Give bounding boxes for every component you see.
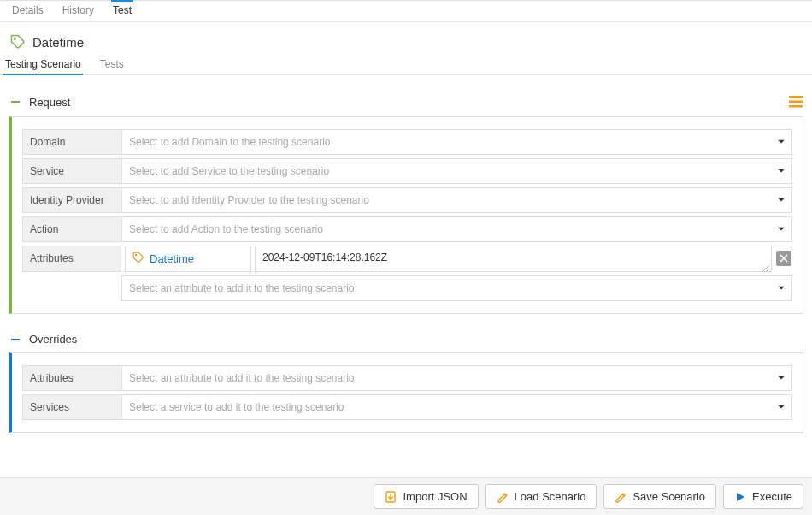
request-header: Request (9, 94, 803, 116)
attribute-add-placeholder: Select an attribute to add it to the tes… (122, 276, 791, 300)
identity-provider-row: Identity Provider Select to add Identity… (22, 187, 792, 213)
request-title: Request (29, 96, 70, 109)
overrides-attributes-row: Attributes Select an attribute to add it… (22, 365, 792, 391)
overrides-services-label: Services (22, 394, 121, 420)
tag-icon (132, 252, 144, 266)
domain-label: Domain (22, 129, 121, 155)
overrides-services-placeholder: Select a service to add it to the testin… (122, 395, 791, 419)
svg-point-0 (14, 38, 15, 39)
chevron-down-icon (778, 376, 785, 381)
overrides-title: Overrides (29, 333, 77, 346)
overrides-attributes-label: Attributes (22, 365, 121, 391)
sub-tab-testing-scenario[interactable]: Testing Scenario (3, 56, 83, 74)
sub-tabs: Testing Scenario Tests (0, 56, 812, 75)
action-row: Action Select to add Action to the testi… (22, 216, 792, 242)
chevron-down-icon (778, 169, 785, 174)
svg-rect-3 (789, 101, 803, 104)
action-label: Action (22, 216, 121, 242)
save-scenario-label: Save Scenario (633, 490, 705, 503)
load-scenario-button[interactable]: Load Scenario (485, 484, 597, 509)
collapse-icon[interactable] (10, 334, 21, 345)
request-section: Request Domain Select to add Domain to t… (9, 94, 803, 314)
overrides-services-row: Services Select a service to add it to t… (22, 394, 792, 420)
overrides-services-select[interactable]: Select a service to add it to the testin… (121, 394, 792, 420)
svg-rect-6 (11, 339, 20, 340)
attribute-chip-label: Datetime (150, 252, 194, 265)
attribute-remove (775, 246, 792, 271)
domain-select[interactable]: Select to add Domain to the testing scen… (121, 129, 792, 155)
page-title: Datetime (32, 35, 84, 50)
action-select[interactable]: Select to add Action to the testing scen… (121, 216, 792, 242)
attribute-add-select[interactable]: Select an attribute to add it to the tes… (121, 275, 792, 301)
play-icon (734, 491, 746, 503)
chevron-down-icon (778, 287, 785, 291)
resize-handle-icon (762, 263, 769, 269)
action-placeholder: Select to add Action to the testing scen… (122, 217, 791, 241)
collapse-icon[interactable] (10, 97, 21, 107)
service-placeholder: Select to add Service to the testing sce… (122, 159, 791, 183)
attribute-value-input[interactable]: 2024-12-09T16:14:28.162Z (255, 246, 772, 272)
domain-placeholder: Select to add Domain to the testing scen… (122, 130, 791, 154)
sub-tab-tests[interactable]: Tests (98, 56, 126, 74)
download-icon (385, 491, 397, 503)
load-scenario-label: Load Scenario (515, 490, 586, 503)
tag-icon (10, 34, 26, 50)
edit-icon (615, 491, 627, 503)
chevron-down-icon (778, 405, 785, 410)
execute-label: Execute (752, 490, 792, 503)
service-label: Service (22, 158, 121, 184)
identity-provider-label: Identity Provider (22, 187, 121, 213)
request-panel: Domain Select to add Domain to the testi… (9, 116, 803, 314)
svg-point-5 (136, 255, 137, 256)
close-icon[interactable] (776, 251, 791, 266)
top-tabs: Details History Test (0, 0, 812, 22)
import-json-button[interactable]: Import JSON (374, 484, 478, 509)
service-row: Service Select to add Service to the tes… (22, 158, 792, 184)
chevron-down-icon (778, 228, 785, 232)
hamburger-icon[interactable] (788, 94, 803, 110)
edit-icon (497, 491, 509, 503)
attributes-label: Attributes (22, 246, 121, 272)
overrides-section: Overrides Attributes Select an attribute… (9, 333, 803, 433)
attribute-value-text: 2024-12-09T16:14:28.162Z (262, 252, 387, 263)
identity-provider-select[interactable]: Select to add Identity Provider to the t… (121, 187, 792, 213)
tab-history[interactable]: History (61, 1, 96, 21)
domain-row: Domain Select to add Domain to the testi… (22, 129, 792, 155)
tab-details[interactable]: Details (10, 1, 45, 21)
svg-rect-4 (789, 105, 803, 108)
overrides-panel: Attributes Select an attribute to add it… (9, 352, 803, 433)
import-json-label: Import JSON (403, 490, 467, 503)
tab-test[interactable]: Test (111, 1, 133, 21)
save-scenario-button[interactable]: Save Scenario (603, 484, 716, 509)
identity-provider-placeholder: Select to add Identity Provider to the t… (122, 188, 791, 212)
chevron-down-icon (778, 140, 785, 145)
service-select[interactable]: Select to add Service to the testing sce… (121, 158, 792, 184)
svg-rect-2 (789, 96, 803, 98)
chevron-down-icon (778, 198, 785, 203)
overrides-header: Overrides (9, 333, 803, 352)
page-title-row: Datetime (0, 22, 812, 56)
overrides-attributes-placeholder: Select an attribute to add it to the tes… (122, 366, 791, 390)
overrides-attributes-select[interactable]: Select an attribute to add it to the tes… (121, 365, 792, 391)
attribute-add-row: Select an attribute to add it to the tes… (22, 275, 792, 301)
attributes-row: Attributes Datetime 2024-12-09T16:14:28.… (22, 246, 792, 272)
svg-rect-1 (11, 101, 20, 103)
bottom-bar: Import JSON Load Scenario Save Scenario … (0, 477, 812, 515)
execute-button[interactable]: Execute (723, 484, 803, 509)
attribute-chip-datetime[interactable]: Datetime (125, 246, 251, 272)
